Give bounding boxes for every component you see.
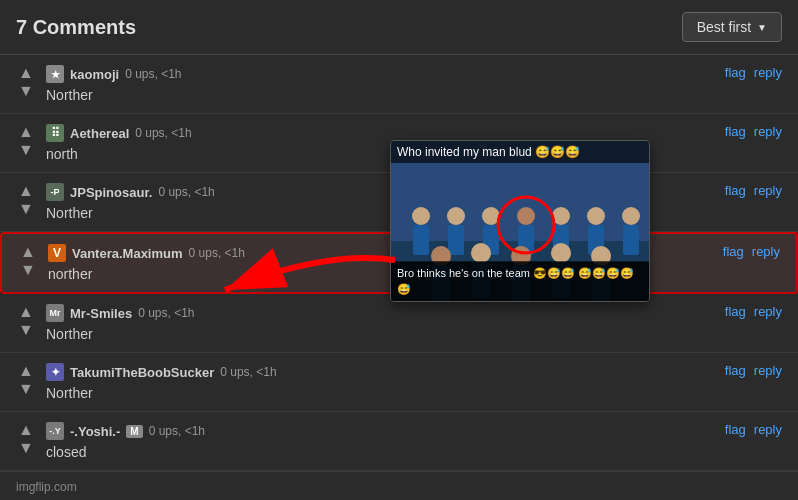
username: TakumiTheBoobSucker bbox=[70, 365, 214, 380]
svg-point-12 bbox=[587, 207, 605, 225]
comment-content: ★ kaomoji 0 ups, <1h Norther bbox=[46, 65, 709, 103]
user-icon: ✦ bbox=[46, 363, 64, 381]
user-icon: ★ bbox=[46, 65, 64, 83]
svg-rect-5 bbox=[448, 225, 464, 255]
vote-controls: ▲ ▼ bbox=[16, 422, 36, 456]
username: Mr-Smiles bbox=[70, 306, 132, 321]
table-row: ▲ ▼ -.Y -.Yoshi.- M 0 ups, <1h closed fl… bbox=[0, 412, 798, 471]
sort-label: Best first bbox=[697, 19, 751, 35]
downvote-button[interactable]: ▼ bbox=[20, 262, 36, 278]
table-row: ▲ ▼ Mr Mr-Smiles 0 ups, <1h Norther flag… bbox=[0, 294, 798, 353]
downvote-button[interactable]: ▼ bbox=[18, 142, 34, 158]
svg-point-8 bbox=[517, 207, 535, 225]
flag-link[interactable]: flag bbox=[725, 304, 746, 319]
reply-link[interactable]: reply bbox=[754, 363, 782, 378]
user-icon: -.Y bbox=[46, 422, 64, 440]
svg-rect-15 bbox=[623, 225, 639, 255]
comment-stats: 0 ups, <1h bbox=[138, 306, 194, 320]
downvote-button[interactable]: ▼ bbox=[18, 201, 34, 217]
comment-meta: -.Y -.Yoshi.- M 0 ups, <1h bbox=[46, 422, 709, 440]
comment-meta: ★ kaomoji 0 ups, <1h bbox=[46, 65, 709, 83]
svg-point-18 bbox=[471, 243, 491, 263]
flag-reply-group: flag reply bbox=[709, 363, 782, 378]
upvote-button[interactable]: ▲ bbox=[18, 304, 34, 320]
chevron-down-icon: ▼ bbox=[757, 22, 767, 33]
downvote-button[interactable]: ▼ bbox=[18, 440, 34, 456]
comment-stats: 0 ups, <1h bbox=[158, 185, 214, 199]
upvote-button[interactable]: ▲ bbox=[18, 65, 34, 81]
comment-stats: 0 ups, <1h bbox=[220, 365, 276, 379]
upvote-button[interactable]: ▲ bbox=[20, 244, 36, 260]
flag-link[interactable]: flag bbox=[725, 183, 746, 198]
comments-list: ▲ ▼ ★ kaomoji 0 ups, <1h Norther flag re… bbox=[0, 55, 798, 471]
table-row: ▲ ▼ ✦ TakumiTheBoobSucker 0 ups, <1h Nor… bbox=[0, 353, 798, 412]
footer: imgflip.com bbox=[0, 471, 798, 500]
upvote-button[interactable]: ▲ bbox=[18, 363, 34, 379]
flag-reply-group: flag reply bbox=[709, 183, 782, 198]
vote-controls: ▲ ▼ bbox=[16, 183, 36, 217]
svg-point-4 bbox=[447, 207, 465, 225]
comment-content: Mr Mr-Smiles 0 ups, <1h Norther bbox=[46, 304, 709, 342]
tooltip-text-bottom: Bro thinks he's on the team 😎😅😅 😅😅😅😅😅 bbox=[391, 262, 649, 301]
table-row: ▲ ▼ ★ kaomoji 0 ups, <1h Norther flag re… bbox=[0, 55, 798, 114]
svg-point-22 bbox=[551, 243, 571, 263]
reply-link[interactable]: reply bbox=[754, 124, 782, 139]
comments-count: 7 Comments bbox=[16, 16, 136, 39]
user-icon: Mr bbox=[46, 304, 64, 322]
flag-link[interactable]: flag bbox=[725, 65, 746, 80]
user-icon: -P bbox=[46, 183, 64, 201]
downvote-button[interactable]: ▼ bbox=[18, 322, 34, 338]
user-icon: V bbox=[48, 244, 66, 262]
vote-controls: ▲ ▼ bbox=[18, 244, 38, 278]
username: JPSpinosaur. bbox=[70, 185, 152, 200]
flag-reply-group: flag reply bbox=[709, 65, 782, 80]
comment-stats: 0 ups, <1h bbox=[135, 126, 191, 140]
comment-stats: 0 ups, <1h bbox=[149, 424, 205, 438]
flag-link[interactable]: flag bbox=[723, 244, 744, 259]
comment-text: Norther bbox=[46, 87, 709, 103]
flag-link[interactable]: flag bbox=[725, 422, 746, 437]
tooltip-text-top: Who invited my man blud 😅😅😅 bbox=[391, 141, 649, 163]
moderator-badge: M bbox=[126, 425, 142, 438]
flag-reply-group: flag reply bbox=[709, 124, 782, 139]
tooltip-image: Who invited my man blud 😅😅😅 Bro thinks h… bbox=[391, 141, 649, 301]
comment-text: closed bbox=[46, 444, 709, 460]
username: Aethereal bbox=[70, 126, 129, 141]
downvote-button[interactable]: ▼ bbox=[18, 83, 34, 99]
flag-link[interactable]: flag bbox=[725, 124, 746, 139]
comment-text: Norther bbox=[46, 385, 709, 401]
comment-stats: 0 ups, <1h bbox=[189, 246, 245, 260]
svg-point-14 bbox=[622, 207, 640, 225]
reply-link[interactable]: reply bbox=[754, 183, 782, 198]
vote-controls: ▲ ▼ bbox=[16, 124, 36, 158]
svg-rect-3 bbox=[413, 225, 429, 255]
comment-meta: ✦ TakumiTheBoobSucker 0 ups, <1h bbox=[46, 363, 709, 381]
upvote-button[interactable]: ▲ bbox=[18, 183, 34, 199]
vote-controls: ▲ ▼ bbox=[16, 363, 36, 397]
footer-text: imgflip.com bbox=[16, 480, 77, 494]
comment-text: Norther bbox=[46, 326, 709, 342]
comment-content: -.Y -.Yoshi.- M 0 ups, <1h closed bbox=[46, 422, 709, 460]
comment-meta: Mr Mr-Smiles 0 ups, <1h bbox=[46, 304, 709, 322]
tooltip-popup: Who invited my man blud 😅😅😅 Bro thinks h… bbox=[390, 140, 650, 302]
vote-controls: ▲ ▼ bbox=[16, 65, 36, 99]
vote-controls: ▲ ▼ bbox=[16, 304, 36, 338]
reply-link[interactable]: reply bbox=[754, 65, 782, 80]
comment-content: ✦ TakumiTheBoobSucker 0 ups, <1h Norther bbox=[46, 363, 709, 401]
username: Vantera.Maximum bbox=[72, 246, 183, 261]
reply-link[interactable]: reply bbox=[754, 422, 782, 437]
flag-link[interactable]: flag bbox=[725, 363, 746, 378]
username: kaomoji bbox=[70, 67, 119, 82]
username: -.Yoshi.- bbox=[70, 424, 120, 439]
upvote-button[interactable]: ▲ bbox=[18, 124, 34, 140]
flag-reply-group: flag reply bbox=[707, 244, 780, 259]
comment-stats: 0 ups, <1h bbox=[125, 67, 181, 81]
comments-header: 7 Comments Best first ▼ bbox=[0, 0, 798, 55]
sort-button[interactable]: Best first ▼ bbox=[682, 12, 782, 42]
reply-link[interactable]: reply bbox=[754, 304, 782, 319]
downvote-button[interactable]: ▼ bbox=[18, 381, 34, 397]
flag-reply-group: flag reply bbox=[709, 422, 782, 437]
reply-link[interactable]: reply bbox=[752, 244, 780, 259]
upvote-button[interactable]: ▲ bbox=[18, 422, 34, 438]
flag-reply-group: flag reply bbox=[709, 304, 782, 319]
